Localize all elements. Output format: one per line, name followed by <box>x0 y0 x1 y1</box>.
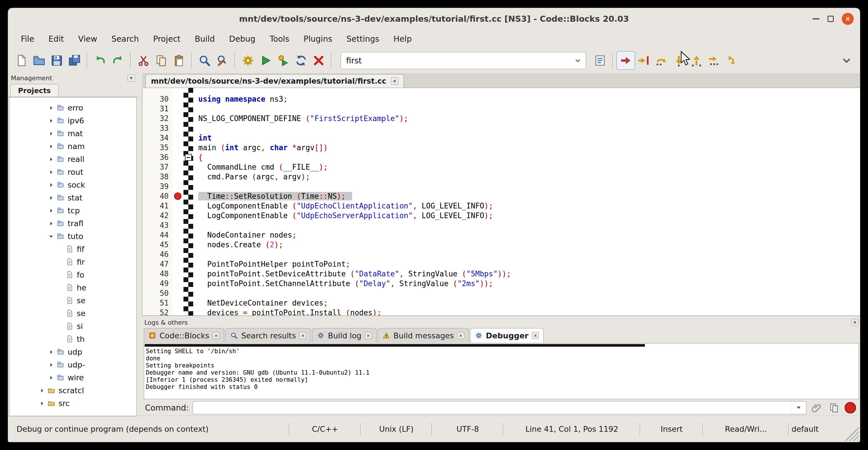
code-line-51[interactable]: 51 NetDeviceContainer devices; <box>143 298 860 308</box>
code-line-47[interactable]: 47 PointToPointHelper pointToPoint; <box>143 259 860 269</box>
debugger-log[interactable]: Setting SHELL to '/bin/sh'doneSetting br… <box>144 343 859 399</box>
tree-item-se[interactable]: se <box>9 307 136 320</box>
logs-tab-code-blocks[interactable]: Code::Blocks <box>144 328 224 342</box>
tree-item-fif[interactable]: fif <box>9 243 136 256</box>
build-target-dropdown-button[interactable] <box>570 52 586 69</box>
build-target-select[interactable]: first <box>341 52 586 69</box>
paste-button[interactable] <box>170 52 188 69</box>
chevron-right-icon[interactable] <box>47 348 55 356</box>
line-number[interactable]: 43 <box>143 221 172 230</box>
save-button[interactable] <box>48 52 66 69</box>
menu-settings[interactable]: Settings <box>339 34 386 44</box>
minimize-button[interactable] <box>813 18 819 20</box>
line-number[interactable]: 52 <box>143 308 172 316</box>
line-number[interactable]: 38 <box>143 173 172 181</box>
chevron-right-icon[interactable] <box>38 387 46 395</box>
code-line-45[interactable]: 45 nodes.Create (2); <box>143 240 860 249</box>
logs-tab-close-button[interactable] <box>532 332 539 339</box>
line-number[interactable]: 49 <box>143 279 172 288</box>
menu-plugins[interactable]: Plugins <box>297 34 339 44</box>
cut-button[interactable] <box>135 52 152 69</box>
redo-button[interactable] <box>109 52 127 69</box>
tree-item-tcp[interactable]: tcp <box>9 204 136 217</box>
tree-item-reall[interactable]: reall <box>9 153 136 166</box>
line-number[interactable]: 32 <box>143 114 172 123</box>
line-number[interactable]: 41 <box>143 202 172 210</box>
run-button[interactable] <box>257 52 275 69</box>
chevron-right-icon[interactable] <box>47 117 55 125</box>
menu-debug[interactable]: Debug <box>222 34 262 44</box>
line-number[interactable]: 33 <box>143 124 172 132</box>
code-editor[interactable]: 30using namespace ns3;3132NS_LOG_COMPONE… <box>142 88 860 316</box>
code-line-32[interactable]: 32NS_LOG_COMPONENT_DEFINE ("FirstScriptE… <box>143 114 860 123</box>
line-number[interactable]: 48 <box>143 270 172 278</box>
chevron-right-icon[interactable] <box>47 155 55 163</box>
code-line-33[interactable]: 33 <box>143 123 860 133</box>
fold-collapse-icon[interactable] <box>185 154 192 161</box>
tree-item-ipv6[interactable]: ipv6 <box>9 114 136 127</box>
tree-item-se[interactable]: se <box>9 294 136 307</box>
next-line-button[interactable] <box>652 52 670 69</box>
code-line-42[interactable]: 42 LogComponentEnable ("UdpEchoServerApp… <box>143 211 860 220</box>
tree-item-wire[interactable]: wire <box>9 371 136 384</box>
code-line-44[interactable]: 44 NodeContainer nodes; <box>143 230 860 240</box>
line-number[interactable]: 31 <box>143 104 172 113</box>
tree-item-udp-[interactable]: udp- <box>9 358 136 371</box>
menu-search[interactable]: Search <box>104 34 146 44</box>
code-line-52[interactable]: 52 devices = pointToPoint.Install (nodes… <box>143 308 860 316</box>
code-line-34[interactable]: 34int <box>143 133 860 143</box>
find-replace-button[interactable] <box>213 52 231 69</box>
logs-tab-close-button[interactable] <box>457 332 464 339</box>
menu-help[interactable]: Help <box>386 34 419 44</box>
tree-item-trafl[interactable]: trafl <box>9 217 136 230</box>
chevron-right-icon[interactable] <box>47 207 55 215</box>
logs-tab-build-log[interactable]: Build log <box>312 328 377 342</box>
chevron-right-icon[interactable] <box>47 104 55 112</box>
tree-item-erro[interactable]: erro <box>9 101 136 114</box>
open-folder-button[interactable] <box>30 52 48 69</box>
logs-tab-debugger[interactable]: Debugger <box>470 328 544 342</box>
menu-file[interactable]: File <box>14 34 41 44</box>
close-button[interactable] <box>842 13 854 25</box>
debug-continue-button[interactable] <box>617 52 634 69</box>
editor-tab-first-cc[interactable]: mnt/dev/tools/source/ns-3-dev/examples/t… <box>146 74 404 88</box>
tree-item-th[interactable]: th <box>9 333 136 346</box>
code-line-30[interactable]: 30using namespace ns3; <box>143 94 860 104</box>
chevron-right-icon[interactable] <box>38 399 46 408</box>
chevron-right-icon[interactable] <box>47 219 55 228</box>
undo-button[interactable] <box>91 52 109 69</box>
abort-build-button[interactable] <box>310 52 328 69</box>
code-line-38[interactable]: 38 cmd.Parse (argc, argv); <box>143 172 860 182</box>
tree-item-stat[interactable]: stat <box>9 191 136 204</box>
menu-project[interactable]: Project <box>146 34 188 44</box>
line-number[interactable]: 35 <box>143 143 172 152</box>
chevron-right-icon[interactable] <box>47 168 55 176</box>
fold-margin[interactable] <box>183 154 193 161</box>
logs-tab-close-button[interactable] <box>365 332 372 339</box>
code-line-37[interactable]: 37 CommandLine cmd (__FILE__); <box>143 162 860 172</box>
line-number[interactable]: 34 <box>143 133 172 142</box>
chevron-down-icon[interactable] <box>47 233 55 240</box>
line-number[interactable]: 36 <box>143 153 172 161</box>
tab-projects[interactable]: Projects <box>10 84 59 97</box>
chevron-right-icon[interactable] <box>47 194 55 202</box>
line-number[interactable]: 45 <box>143 240 172 249</box>
logs-tab-build-messages[interactable]: Build messages <box>378 328 469 342</box>
line-number[interactable]: 39 <box>143 182 172 191</box>
logs-close-button[interactable] <box>851 319 858 326</box>
chevron-right-icon[interactable] <box>47 374 55 382</box>
logs-tab-close-button[interactable] <box>213 332 219 339</box>
copy-button[interactable] <box>152 52 170 69</box>
code-line-36[interactable]: 36{ <box>143 152 860 162</box>
chevron-down-button[interactable] <box>838 52 856 69</box>
run-to-cursor-button[interactable] <box>634 52 652 69</box>
command-dropdown-button[interactable] <box>791 401 806 414</box>
rebuild-button[interactable] <box>292 52 310 69</box>
line-number[interactable]: 44 <box>143 231 172 239</box>
stop-debugger-button[interactable] <box>845 402 856 414</box>
tree-item-fo[interactable]: fo <box>9 268 136 281</box>
line-number[interactable]: 40 <box>143 192 172 201</box>
line-number[interactable]: 47 <box>143 260 172 268</box>
code-line-46[interactable]: 46 <box>143 249 860 259</box>
line-number[interactable]: 30 <box>143 95 172 103</box>
